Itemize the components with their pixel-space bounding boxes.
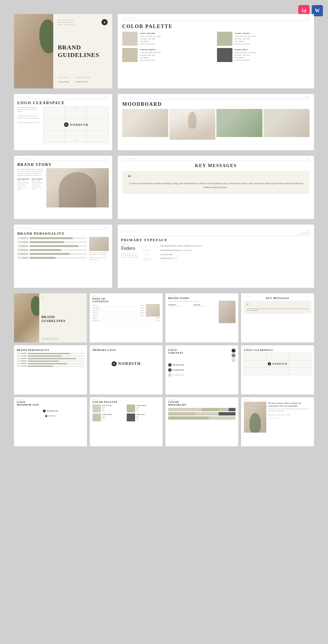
thumb-toc-photo: [146, 304, 160, 317]
thumb-toc-label: Brand Guidelines: [93, 296, 160, 297]
bp-bar-track-original: [30, 245, 87, 247]
thumb-lcs-v2: [288, 353, 288, 375]
pt-header: Brand Guidelines Page 9 Download The Fon…: [118, 225, 314, 236]
brand-story-card: Brand Guidelines Page 5 BRAND STORY Fusc…: [14, 156, 112, 219]
pt-inner: TYPEFACE Federo ABOUT TYPEFACE: Fusce qu…: [118, 243, 314, 263]
pt-download-link: Download The Font email@email.com/font-n…: [297, 232, 311, 235]
lc-header: Brand Guidelines Page 8: [14, 94, 112, 99]
bp-bar-corporate: CORPORATE: [17, 253, 87, 255]
thumb-lcs-v1: [266, 353, 267, 375]
bp-bar-track-secure: [30, 257, 87, 259]
moodboard-photo-3: [216, 109, 262, 137]
bp-bar-fill-simple: [30, 241, 64, 243]
bp-bar-fill-secure: [30, 257, 56, 259]
logo-clearspace-card: Brand Guidelines Page 8 LOGO CLEARSPACE …: [14, 94, 112, 150]
thumb-bp-bars: ELEGANT SIMPLE ORIGINAL FRIENDLY: [17, 353, 84, 367]
thumb-toc-inner: Brand Guidelines PAGE OFCONTENTS Brand S…: [90, 293, 163, 342]
thumb-last: Brand Guidelines The great brand is buil…: [241, 397, 314, 446]
page-wrapper: Phone: +62 813 749 879 015 Email: email_…: [0, 0, 328, 458]
brand-personality-card: Brand Guidelines Page 7 BRAND PERSONALIT…: [14, 225, 112, 288]
swatch-box-soft-nature: [122, 32, 138, 46]
bp-bar-fill-friendly: [30, 249, 61, 251]
thumb-cp-box-4: [127, 414, 135, 421]
pt-figures-row: FIGURES 1234567890: [143, 253, 311, 256]
thumb-cp-box-3: [93, 414, 101, 421]
thumb-ch-row-3: [168, 416, 235, 420]
thumb-cover-contact: PhoneEmailWebsite: [41, 296, 85, 300]
bp-bar-track-friendly: [30, 249, 87, 251]
thumb-bs-vision: OUR VISION Lorem ipsum dolor sit amet.: [193, 304, 218, 307]
pt-regular-chars: abcdefghijklmnopqrs tuvwxyz: [160, 248, 191, 252]
lc-left-text: Lorem ipsum dolor sit amet consectetur a…: [17, 106, 41, 143]
mb-header: Brand Guidelines Page 04: [118, 94, 314, 99]
moodboard-photos: [118, 109, 314, 143]
thumb-bs-content: Lorem ipsum dolor sit amet consectetur a…: [168, 301, 235, 323]
thumb-cp-item-3: EARTH GREEN CYMKRGBWEB: [93, 414, 126, 421]
bp-bar-secure: SECURE: [17, 257, 87, 259]
toc-item-0: Brand StoryPage 01: [93, 304, 144, 307]
thumb-cover-subtitle: CREATED BY DATE CREATEDLeafyour Design F…: [41, 337, 85, 340]
thumb-bs-inner: Brand Guidelines BRAND STORY Lorem ipsum…: [165, 293, 238, 342]
bp-bar-simple: SIMPLE: [17, 241, 87, 243]
thumb-ch-seg-9: [209, 416, 235, 420]
thumb-cover-right: PhoneEmailWebsite BRANDGUIDELINES CREATE…: [39, 293, 87, 342]
thumb-logo-min-size: Brand Guidelines LOGOMINIMUM SIZE NORDIT…: [14, 397, 87, 446]
bp-bar-elegant: ELEGANT: [17, 237, 87, 239]
thumb-lv-circle-3: [232, 358, 235, 362]
pt-regular-row: REGULAR abcdefghijklmnopqrs tuvwxyz: [143, 248, 311, 252]
bp-bar-track-corporate: [30, 253, 87, 255]
pt-special-chars: !@#$%^&*()=*+: [160, 257, 178, 259]
moodboard-photo-2: [169, 109, 215, 140]
lc-inner: Lorem ipsum dolor sit amet consectetur a…: [14, 106, 112, 145]
thumb-bp-bar-4: FRIENDLY: [17, 360, 84, 362]
bs-photo: [46, 168, 109, 207]
swatch-dark-grey: DARK GREY CYMK: C000 / M000 / Y000 / K00…: [217, 48, 309, 62]
cover-bottom-info: CREATED BY Leafyour Design DATE CREATED …: [58, 77, 108, 83]
pt-title: PRIMARY TYPEFACE: [118, 236, 314, 243]
thumb-lms-logo-2: NORDITH: [45, 415, 56, 417]
thumb-last-photo: [244, 402, 266, 433]
thumb-ch-row-1: [168, 408, 235, 411]
thumb-lcs-h2: [244, 367, 311, 367]
thumb-cover-inner: PhoneEmailWebsite BRANDGUIDELINES CREATE…: [14, 293, 87, 342]
dim-bottom: 1X: [75, 140, 77, 141]
toc-item-6: Key MessagesPage 07: [93, 319, 160, 322]
cover-photo: [14, 14, 53, 88]
color-palette-card: Brand Guidelines Page 02 COLOR PALETTE S…: [118, 14, 314, 88]
bs-photo-person: [59, 172, 96, 207]
primary-typeface-card: Brand Guidelines Page 9 Download The Fon…: [118, 225, 314, 288]
thumb-pl-logo-text: NORDITH: [118, 362, 141, 366]
thumb-pl-title: PRIMARY LOGO: [93, 349, 160, 351]
thumb-logo-clearspace-small: Brand Guidelines LOGO CLEARSPACE NORDITH: [241, 345, 314, 394]
thumb-lv-variant-icon-3: [168, 373, 172, 377]
toc-item-4: TypographyPage 05: [93, 314, 144, 317]
large-previews-row1: Phone: +62 813 749 879 015 Email: email_…: [14, 14, 314, 88]
lc-logo-text: NORDITH: [70, 123, 89, 126]
thumb-bs-text: Lorem ipsum dolor sit amet consectetur a…: [168, 301, 218, 323]
swatch-earth-green: EARTH GREEN CYMK: C000 / M000 / Y000 / K…: [122, 48, 215, 62]
thumb-lms-icon-1: [43, 410, 46, 412]
row4-section: Brand Guidelines Page 7 BRAND PERSONALIT…: [14, 225, 314, 288]
bs-header: Brand Guidelines Page 5: [14, 156, 112, 161]
thumb-cp-info-3: EARTH GREEN CYMKRGBWEB: [102, 414, 112, 421]
thumb-cover-title: BRANDGUIDELINES: [41, 315, 85, 323]
thumb-cp-item-2: LIGHT GREEN CYMKRGBWEB: [127, 405, 160, 412]
row3-section: Brand Guidelines Page 5 BRAND STORY Fusc…: [14, 156, 314, 219]
thumb-pl-logo-icon: [112, 361, 117, 366]
thumb-ch-seg-1: [168, 408, 202, 411]
bp-text-small: Lorem ipsum dolor sit amet consectetur a…: [89, 252, 109, 256]
thumb-lv-inner: Brand Guidelines LOGOVARIANTS NORDITH: [165, 345, 238, 394]
swatch-box-earth-green: [122, 48, 138, 62]
thumb-bs-mission: OUR MISSION Lorem ipsum dolor sit amet.: [168, 304, 192, 307]
pt-right: CAPITAL ABCDEFGHIJKLMNO PQRSTUVWXYZ REGU…: [143, 243, 311, 261]
thumbnails-section: PhoneEmailWebsite BRANDGUIDELINES CREATE…: [14, 293, 314, 446]
moodboard-photo-1: [122, 109, 168, 137]
lc-logo-center: NORDITH: [64, 122, 89, 127]
thumb-brand-personality-small: Brand Guidelines BRAND PERSONALITY ELEGA…: [14, 345, 87, 394]
pt-capital-chars: ABCDEFGHIJKLMNO PQRSTUVWXYZ: [160, 244, 202, 248]
thumb-lv-variant-icon-2: [168, 368, 172, 372]
mb-title: MOODBOARD: [118, 99, 314, 109]
thumb-lcs-inner: Brand Guidelines LOGO CLEARSPACE NORDITH: [241, 345, 314, 394]
color-swatches-grid: SOFT NATURE CYMK: C000 / M000 / Y000 / K…: [118, 32, 314, 65]
km-title: KEY MESSAGES: [118, 161, 314, 169]
